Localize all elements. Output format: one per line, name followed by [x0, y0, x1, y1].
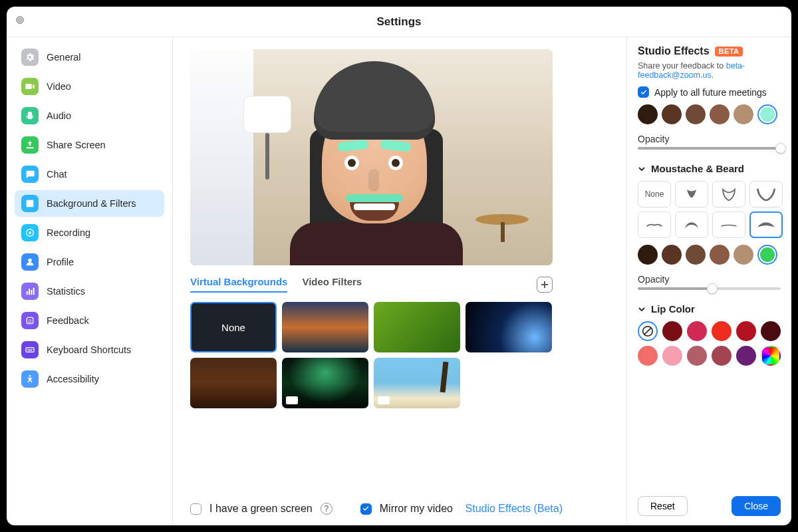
- eyebrow-color-swatch[interactable]: [757, 104, 777, 124]
- beard-options: None: [638, 181, 781, 238]
- sidebar-item-label: Video: [47, 81, 71, 92]
- beard-color-swatches: [638, 245, 781, 265]
- lip-color-none[interactable]: [638, 321, 658, 341]
- lip-color-swatch[interactable]: [662, 321, 682, 341]
- feedback-text: Share your feedback to beta-feedback@zoo…: [638, 61, 781, 80]
- beard-option-soulpatch[interactable]: [675, 181, 708, 207]
- mirror-video-checkbox[interactable]: [360, 503, 372, 515]
- general-icon: [21, 49, 39, 66]
- main-panel: Virtual Backgrounds Video Filters None I…: [173, 37, 626, 525]
- background-thumb-beach[interactable]: [374, 358, 460, 408]
- sidebar-item-label: Statistics: [47, 286, 85, 297]
- settings-window: Settings GeneralVideoAudioShare ScreenCh…: [7, 7, 791, 525]
- beard-option-thin-stache[interactable]: [638, 211, 671, 238]
- lip-color-swatch[interactable]: [712, 321, 732, 341]
- video-preview: [190, 49, 553, 265]
- chevron-down-icon: [638, 305, 646, 313]
- apply-all-checkbox[interactable]: [638, 86, 649, 98]
- beard-option-thick-stache[interactable]: [749, 211, 783, 238]
- sidebar-item-chat[interactable]: Chat: [15, 161, 164, 188]
- beard-color-swatch[interactable]: [733, 245, 753, 265]
- green-screen-label: I have a green screen: [209, 503, 313, 515]
- eyebrow-color-swatch[interactable]: [662, 104, 682, 124]
- sidebar: GeneralVideoAudioShare ScreenChatBackgro…: [7, 37, 173, 525]
- lip-color-swatch[interactable]: [687, 321, 707, 341]
- eyebrow-opacity-slider[interactable]: [638, 147, 781, 150]
- beard-option-chinstrap[interactable]: [749, 181, 783, 207]
- background-thumb-none[interactable]: None: [190, 302, 277, 352]
- background-thumb-aurora[interactable]: [282, 358, 368, 408]
- sidebar-item-shortcuts[interactable]: Keyboard Shortcuts: [15, 336, 164, 363]
- section-moustache-beard[interactable]: Moustache & Beard: [638, 163, 781, 174]
- tab-video-filters[interactable]: Video Filters: [302, 276, 362, 293]
- sidebar-item-profile[interactable]: Profile: [15, 249, 164, 275]
- plus-icon: [541, 281, 549, 289]
- sidebar-item-stats[interactable]: Statistics: [15, 278, 164, 305]
- beard-color-swatch[interactable]: [638, 245, 658, 265]
- background-thumb-earth[interactable]: [466, 302, 552, 352]
- svg-rect-6: [26, 348, 34, 352]
- beard-color-swatch[interactable]: [710, 245, 730, 265]
- audio-icon: [21, 107, 39, 124]
- video-badge-icon: [286, 396, 298, 404]
- feedback-icon: [21, 312, 39, 329]
- close-button[interactable]: Close: [732, 496, 781, 516]
- profile-icon: [21, 253, 39, 271]
- sidebar-item-label: Recording: [47, 227, 90, 238]
- lip-color-swatch[interactable]: [736, 346, 756, 366]
- sidebar-item-label: Feedback: [47, 315, 89, 326]
- studio-effects-link[interactable]: Studio Effects (Beta): [466, 503, 563, 515]
- stats-icon: [21, 283, 39, 300]
- lip-color-swatch[interactable]: [638, 346, 658, 366]
- beard-option-handlebar[interactable]: [675, 211, 708, 238]
- lip-color-swatch[interactable]: [712, 346, 732, 366]
- sidebar-item-bgfilters[interactable]: Background & Filters: [15, 190, 164, 217]
- lip-color-swatch[interactable]: [687, 346, 707, 366]
- eyebrow-color-swatch[interactable]: [638, 104, 658, 124]
- add-background-button[interactable]: [537, 277, 553, 293]
- sidebar-item-label: Chat: [47, 169, 67, 180]
- beard-color-swatch[interactable]: [662, 245, 682, 265]
- sidebar-item-share[interactable]: Share Screen: [15, 132, 164, 158]
- sidebar-item-recording[interactable]: Recording: [15, 219, 164, 246]
- beard-color-swatch[interactable]: [757, 245, 777, 265]
- reset-button[interactable]: Reset: [638, 496, 688, 516]
- svg-point-2: [28, 259, 31, 262]
- background-thumb-hall[interactable]: [190, 358, 277, 408]
- eyebrow-color-swatch[interactable]: [710, 104, 730, 124]
- background-thumb-grass[interactable]: [374, 302, 460, 352]
- svg-point-4: [29, 319, 30, 321]
- shortcuts-icon: [21, 341, 39, 358]
- eyebrow-color-swatch[interactable]: [733, 104, 753, 124]
- bgfilters-icon: [21, 195, 39, 212]
- beard-option-goatee[interactable]: [712, 181, 745, 207]
- sidebar-item-feedback[interactable]: Feedback: [15, 307, 164, 334]
- lip-color-swatch[interactable]: [736, 321, 756, 341]
- green-screen-checkbox[interactable]: [190, 503, 201, 515]
- sidebar-item-audio[interactable]: Audio: [15, 102, 164, 129]
- eyebrow-opacity-label: Opacity: [638, 134, 781, 144]
- lip-color-swatch[interactable]: [761, 321, 781, 341]
- sidebar-item-label: Share Screen: [47, 140, 106, 150]
- eyebrow-color-swatch[interactable]: [686, 104, 706, 124]
- tab-virtual-backgrounds[interactable]: Virtual Backgrounds: [190, 276, 287, 293]
- beard-color-swatch[interactable]: [686, 245, 706, 265]
- beta-badge: BETA: [715, 47, 743, 57]
- beard-option-none[interactable]: None: [638, 181, 671, 207]
- section-lip-color[interactable]: Lip Color: [638, 303, 781, 315]
- close-window-icon[interactable]: [16, 16, 24, 24]
- beard-opacity-slider[interactable]: [638, 287, 781, 290]
- share-icon: [21, 136, 39, 154]
- green-screen-help-icon[interactable]: ?: [321, 503, 332, 515]
- lip-color-custom[interactable]: [761, 346, 781, 366]
- beard-option-pencil[interactable]: [712, 211, 745, 238]
- svg-point-1: [29, 231, 31, 234]
- sidebar-item-general[interactable]: General: [15, 44, 164, 70]
- sidebar-item-video[interactable]: Video: [15, 73, 164, 100]
- background-thumb-bridge[interactable]: [282, 302, 368, 352]
- lip-color-swatch[interactable]: [662, 346, 682, 366]
- sidebar-item-label: Accessibility: [47, 374, 99, 384]
- titlebar: Settings: [7, 7, 791, 37]
- sidebar-item-a11y[interactable]: Accessibility: [15, 366, 164, 392]
- sidebar-item-label: General: [47, 52, 81, 63]
